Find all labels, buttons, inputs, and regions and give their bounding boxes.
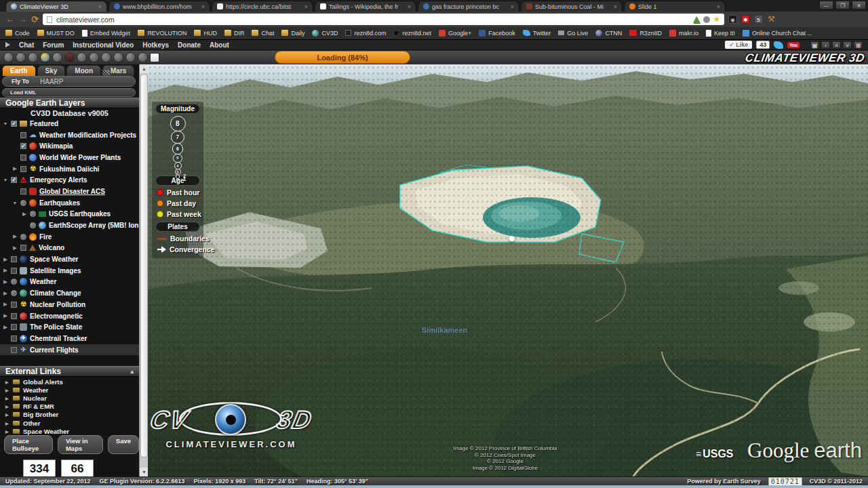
- bookmark-item[interactable]: Daily: [281, 30, 304, 37]
- layer-item[interactable]: ▶Climate Change: [0, 287, 139, 299]
- chevron-right-icon[interactable]: ▶: [5, 396, 9, 401]
- bookmark-item[interactable]: R3zn8D: [629, 30, 662, 37]
- chevron-right-icon[interactable]: ▶: [12, 166, 18, 171]
- menu-item-instructional-video[interactable]: Instructional Video: [73, 41, 134, 49]
- place-bullseye-button[interactable]: Place Bullseye: [4, 435, 53, 454]
- layer-item[interactable]: ▶☢Fukushima Daiichi: [0, 163, 139, 175]
- chevron-right-icon[interactable]: ▶: [3, 268, 8, 273]
- browser-tab[interactable]: gas fracture princeton bc×: [418, 1, 519, 12]
- ge-tool-icon[interactable]: [113, 52, 123, 62]
- tab-close-icon[interactable]: ×: [304, 3, 308, 10]
- close-button[interactable]: ✕: [852, 1, 866, 9]
- tab-close-icon[interactable]: ×: [511, 3, 514, 10]
- external-link-item[interactable]: ▶Weather: [0, 386, 139, 394]
- chevron-right-icon[interactable]: ▶: [3, 291, 8, 296]
- bookmark-item[interactable]: Keep It!: [706, 30, 735, 37]
- ge-tool-icon[interactable]: [77, 52, 87, 62]
- chevron-right-icon[interactable]: ▶: [22, 211, 27, 217]
- chevron-right-icon[interactable]: ▶: [5, 380, 9, 384]
- layer-checkbox[interactable]: [20, 188, 26, 195]
- layer-item[interactable]: ▶Weather: [0, 277, 139, 288]
- external-links-header[interactable]: External Links ▴: [0, 366, 139, 377]
- up-icon[interactable]: ˄: [832, 41, 841, 49]
- radio-toggle[interactable]: [30, 222, 36, 228]
- twitter-icon[interactable]: [774, 41, 783, 49]
- ge-tool-icon[interactable]: [28, 52, 38, 62]
- browser-tab[interactable]: www.bhpbilliton.com/hom×: [108, 1, 210, 12]
- ge-tool-icon[interactable]: [52, 52, 62, 62]
- previous-icon[interactable]: ‹: [821, 41, 830, 49]
- google-earth-viewport[interactable]: Magnitude 87654321 Age Past hourPast day…: [148, 64, 868, 476]
- ge-tool-screenshot-icon[interactable]: [150, 53, 159, 62]
- layer-item[interactable]: ✈Current Flights: [0, 344, 139, 356]
- tab-close-icon[interactable]: ×: [98, 3, 102, 10]
- layer-checkbox[interactable]: [11, 121, 17, 127]
- bookmark-item[interactable]: MUST DO: [37, 30, 75, 37]
- chevron-right-icon[interactable]: ▶: [5, 388, 9, 392]
- speaker-icon[interactable]: [5, 42, 10, 47]
- menu-item-chat[interactable]: Chat: [19, 41, 34, 49]
- bookmark-item[interactable]: CV3D: [312, 30, 338, 37]
- layer-checkbox[interactable]: [20, 155, 26, 161]
- layer-item[interactable]: ▶Space Weather: [0, 253, 139, 265]
- layer-checkbox[interactable]: [11, 177, 17, 183]
- layer-checkbox[interactable]: [20, 245, 26, 251]
- external-link-item[interactable]: ▶Global Alerts: [0, 378, 139, 386]
- chevron-right-icon[interactable]: ▶: [3, 313, 8, 319]
- bookmark-item[interactable]: rezn8d.com: [345, 30, 386, 37]
- bookmark-star-icon[interactable]: [713, 15, 720, 24]
- ge-tool-icon[interactable]: [40, 52, 50, 62]
- tab-sky[interactable]: Sky: [37, 65, 66, 76]
- chevron-down-icon[interactable]: ▼: [3, 178, 8, 182]
- external-link-item[interactable]: ▶RF & EMR: [0, 403, 139, 411]
- layer-item[interactable]: ▶Volcano: [0, 243, 139, 254]
- layer-item[interactable]: ▶Satellite Images: [0, 265, 139, 277]
- bookmark-item[interactable]: HUD: [194, 30, 217, 37]
- fly-to-button[interactable]: Fly To: [3, 78, 40, 85]
- collapse-chevron-icon[interactable]: ▴: [130, 367, 134, 377]
- bookmark-item[interactable]: CTNN: [595, 30, 622, 37]
- view-in-maps-button[interactable]: View in Maps: [58, 435, 103, 454]
- ge-tool-icon[interactable]: [64, 52, 75, 62]
- chevron-right-icon[interactable]: ▶: [12, 245, 18, 251]
- bookmark-item[interactable]: ЯEVOLUTION: [138, 30, 187, 37]
- bookmark-item[interactable]: Embed Widget: [82, 30, 130, 37]
- ge-tool-icon[interactable]: [89, 52, 99, 62]
- reload-icon[interactable]: ⟳: [31, 15, 39, 24]
- layer-checkbox[interactable]: [11, 268, 17, 274]
- external-link-item[interactable]: ▶Space Weather: [0, 427, 139, 435]
- external-link-item[interactable]: ▶Big Brother: [0, 411, 139, 419]
- layer-item[interactable]: ▼⚠Emergency Alerts: [0, 174, 139, 186]
- down-icon[interactable]: ˅: [843, 41, 852, 49]
- resize-grip-icon[interactable]: [102, 70, 110, 76]
- browser-tab[interactable]: https://circle.ubc.ca/bitst×: [212, 1, 313, 12]
- facebook-like-button[interactable]: Like: [725, 41, 752, 49]
- chevron-right-icon[interactable]: ▶: [3, 257, 8, 262]
- layer-item[interactable]: ✈Chemtrail Tracker: [0, 333, 139, 344]
- extension-dark-icon[interactable]: [728, 15, 737, 24]
- url-box[interactable]: climateviewer.com: [43, 14, 724, 25]
- url-text[interactable]: climateviewer.com: [56, 16, 115, 24]
- external-link-item[interactable]: ▶Nuclear: [0, 394, 139, 402]
- bookmark-item[interactable]: Online Church Chat ...: [743, 30, 812, 37]
- extension-triangle-icon[interactable]: [693, 16, 700, 23]
- snapshot-icon[interactable]: ▣: [810, 41, 819, 49]
- menu-item-hotkeys[interactable]: Hotkeys: [142, 41, 169, 49]
- menu-item-forum[interactable]: Forum: [43, 41, 64, 49]
- bookmark-item[interactable]: Chat: [252, 30, 274, 37]
- radio-toggle[interactable]: [20, 200, 26, 206]
- browser-tab[interactable]: ClimateViewer 3D×: [5, 1, 107, 12]
- bookmark-item[interactable]: Facebook: [479, 30, 515, 37]
- layer-item[interactable]: ▶USGS Earthquakes: [0, 209, 139, 220]
- menu-item-about[interactable]: About: [210, 41, 229, 49]
- radio-toggle[interactable]: [30, 211, 36, 217]
- maximize-button[interactable]: ❐: [835, 1, 850, 9]
- layer-checkbox[interactable]: [11, 324, 17, 330]
- tab-close-icon[interactable]: ×: [614, 3, 617, 10]
- save-button[interactable]: Save: [108, 435, 139, 454]
- chevron-right-icon[interactable]: ▶: [5, 404, 9, 409]
- forward-icon[interactable]: →: [18, 15, 27, 24]
- radio-toggle[interactable]: [20, 234, 26, 240]
- ge-tool-icon[interactable]: [138, 52, 148, 62]
- minimize-button[interactable]: —: [819, 1, 833, 9]
